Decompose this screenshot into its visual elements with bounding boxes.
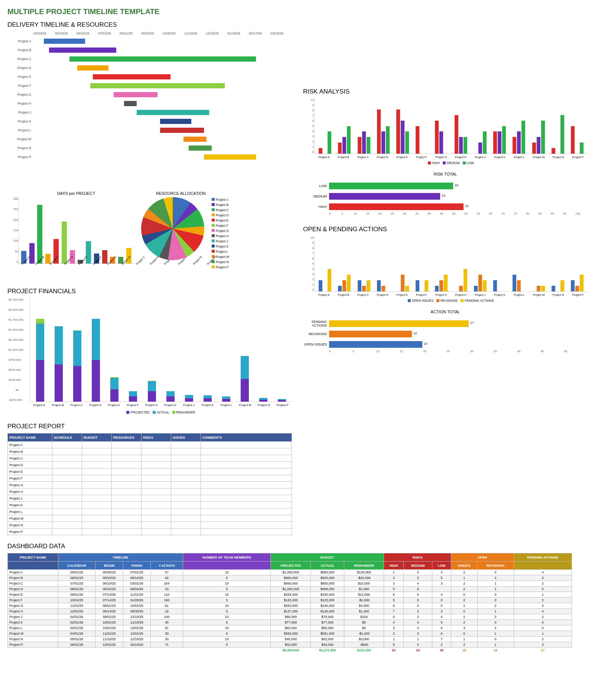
report-table: PROJECT NAMESCHEDULEBUDGETRESOURCESRISKS… [7,433,292,535]
gantt-chart: 04/23/2505/23/2506/22/2507/22/2508/21/25… [7,32,292,187]
days-chart-title: DAYS per PROJECT [19,191,134,196]
risk-total-title: RISK TOTAL [303,172,588,176]
actions-title: OPEN & PENDING ACTIONS [303,226,588,233]
pie-title: RESOURCE ALLOCATION [156,191,286,196]
financials-title: PROJECT FINANCIALS [7,288,292,295]
dashboard-title: DASHBOARD DATA [7,543,588,550]
risk-title: RISK ANALYSIS [303,88,588,95]
main-title: MULTIPLE PROJECT TIMELINE TEMPLATE [7,7,588,16]
action-total-title: ACTION TOTAL [303,310,588,314]
delivery-title: DELIVERY TIMELINE & RESOURCES [7,21,292,29]
report-title: PROJECT REPORT [7,423,292,430]
dashboard-table: PROJECT NAMETIMELINENUMBER OF TEAM MEMBE… [7,553,572,653]
pie-chart [141,197,204,260]
